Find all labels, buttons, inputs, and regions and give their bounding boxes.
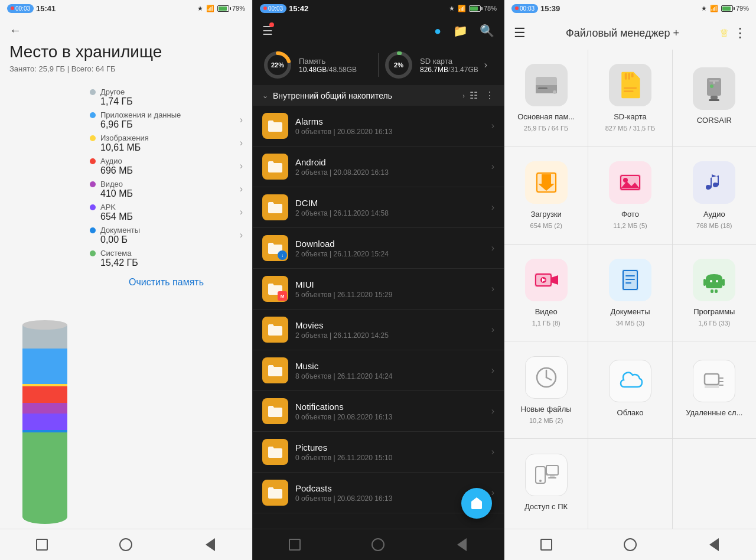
folder-icon-p2[interactable]: 📁 — [453, 24, 468, 38]
nav-square-p1[interactable] — [34, 536, 50, 553]
nav-back-p2[interactable] — [454, 536, 470, 553]
status-left-p3: 00:03 15:39 — [511, 4, 560, 13]
triangle-icon-p2 — [457, 538, 467, 551]
nav-back-p3[interactable] — [706, 536, 722, 553]
folder-name-android: Android — [295, 157, 484, 167]
legend-arrow-apps: › — [240, 115, 243, 125]
category-cell-hdd[interactable]: Основная пам... 25,9 ГБ / 64 ГБ — [504, 50, 588, 146]
folder-name-dcim: DCIM — [295, 198, 484, 208]
menu-icon-p2[interactable]: ☰ — [262, 24, 273, 38]
folder-item-pictures[interactable]: Pictures 0 объектов | 26.11.2020 15:10 › — [253, 432, 504, 473]
legend-arrow-audio: › — [240, 161, 243, 171]
folder-item-movies[interactable]: Movies 2 объекта | 26.11.2020 14:25 › — [253, 310, 504, 350]
folder-arrow-download: › — [491, 243, 494, 253]
folder-meta-miui: 5 объектов | 26.11.2020 15:29 — [295, 291, 484, 299]
battery-text-p2: 78% — [484, 5, 497, 12]
internal-storage-summary[interactable]: 22% Память 10.48GB/48.58GB — [262, 50, 373, 80]
download-badge: ↓ — [278, 250, 287, 260]
more-icon-p3[interactable]: ⋮ — [734, 25, 747, 41]
legend-item-audio[interactable]: Аудио 696 МБ › — [90, 157, 243, 176]
legend-arrow-apk: › — [240, 207, 243, 217]
folder-item-dcim[interactable]: DCIM 2 объекта | 26.11.2020 14:58 › — [253, 187, 504, 228]
folder-icon-podcasts — [262, 480, 288, 506]
category-cell-video[interactable]: Видео 1,1 ГБ (8) — [504, 245, 588, 341]
category-cell-photos[interactable]: Фото 11,2 МБ (5) — [588, 147, 672, 244]
photos-icon-wrap — [609, 161, 651, 204]
nav-back-p1[interactable] — [202, 536, 219, 553]
nav-circle-p3[interactable] — [622, 536, 638, 553]
category-cell-recent[interactable]: Новые файлы 10,2 МБ (2) — [504, 341, 588, 438]
rec-dot-p2 — [263, 6, 267, 10]
svg-line-44 — [546, 377, 551, 380]
legend-item-images[interactable]: Изображения 10,61 МБ › — [90, 134, 243, 153]
folder-svg-alarms — [267, 119, 284, 133]
folder-item-notifications[interactable]: Notifications 0 объектов | 20.08.2020 16… — [253, 391, 504, 432]
category-cell-remote[interactable]: Удаленные сл... — [673, 341, 756, 438]
category-cell-cloud[interactable]: Облако — [588, 341, 672, 438]
legend-item-system: Система 15,42 ГБ — [90, 249, 243, 268]
category-cell-pc[interactable]: Доступ с ПК — [504, 439, 588, 529]
status-pill-p1: 00:03 — [7, 4, 34, 13]
svg-rect-32 — [625, 279, 635, 280]
legend-item-video[interactable]: Видео 410 МБ › — [90, 180, 243, 199]
more-options-icon[interactable]: ⋮ — [485, 90, 494, 101]
nav-square-p2[interactable] — [286, 536, 303, 553]
legend-value-apps: 6,96 ГБ — [100, 119, 181, 130]
sdcard-storage-summary[interactable]: 2% SD карта 826.7MB/31.47GB › — [383, 50, 494, 80]
status-right-p2: ★ 📶 78% — [449, 5, 497, 12]
legend-item-docs[interactable]: Документы 0,00 Б › — [90, 226, 243, 245]
folder-item-music[interactable]: Music 8 объектов | 26.11.2020 14:24 › — [253, 350, 504, 391]
category-cell-apps[interactable]: Программы 1,6 ГБ (33) — [673, 245, 756, 341]
svg-rect-47 — [719, 377, 724, 379]
svg-point-24 — [623, 178, 628, 183]
menu-icon-p3[interactable]: ☰ — [514, 25, 526, 41]
status-left-p1: 00:03 15:41 — [7, 4, 56, 13]
legend-item-apps[interactable]: Приложения и данные 6,96 ГБ › — [90, 110, 243, 130]
downloads-info: 654 МБ (2) — [530, 222, 562, 229]
recent-icon-wrap — [525, 356, 568, 399]
nav-circle-p2[interactable] — [370, 536, 386, 553]
legend-item-apk[interactable]: APK 654 МБ › — [90, 203, 243, 222]
folder-icon-alarms — [262, 113, 288, 139]
wifi-icon-p2: 📶 — [458, 5, 466, 12]
p2-header-icons: ● 📁 🔍 — [434, 24, 494, 38]
folder-item-android[interactable]: Android 2 объекта | 20.08.2020 16:13 › — [253, 146, 504, 187]
clock-icon-p2[interactable]: ● — [434, 24, 441, 38]
category-cell-audio[interactable]: Аудио 768 МБ (18) — [673, 147, 756, 244]
folder-info-android: Android 2 объекта | 20.08.2020 16:13 — [295, 157, 484, 177]
legend-name-docs: Документы — [100, 226, 140, 235]
svg-rect-15 — [711, 96, 718, 99]
cloud-icon-wrap — [609, 360, 651, 402]
grid-view-icon[interactable]: ☷ — [470, 90, 478, 101]
folder-info-notifications: Notifications 0 объектов | 20.08.2020 16… — [295, 402, 484, 421]
p3-header: ☰ Файловый менеджер + ♕ ⋮ — [504, 17, 756, 50]
cylinder-top-cap — [22, 320, 67, 330]
category-cell-downloads[interactable]: Загрузки 654 МБ (2) — [504, 147, 588, 244]
back-arrow[interactable]: ← — [9, 24, 21, 37]
folder-item-download[interactable]: ↓ Download 2 объекта | 26.11.2020 15:24 … — [253, 228, 504, 269]
battery-fill-p1 — [219, 6, 227, 11]
fab-button[interactable] — [461, 488, 492, 519]
sdcard-icon-wrap — [609, 64, 651, 106]
folder-item-alarms[interactable]: Alarms 0 объектов | 20.08.2020 16:13 › — [253, 106, 504, 146]
status-bar-p2: 00:03 15:42 ★ 📶 78% — [253, 0, 504, 17]
legend-arrow-video: › — [240, 184, 243, 194]
folder-info-movies: Movies 2 объекта | 26.11.2020 14:25 — [295, 320, 484, 340]
legend-name-images: Изображения — [100, 134, 149, 142]
folder-arrow-podcasts: › — [491, 487, 494, 498]
category-cell-documents[interactable]: Документы 34 МБ (3) — [588, 245, 672, 341]
expand-icon[interactable]: ⌄ — [262, 92, 268, 100]
search-icon-p2[interactable]: 🔍 — [480, 24, 494, 38]
nav-circle-p1[interactable] — [118, 536, 134, 553]
sdcard-icon — [617, 71, 643, 99]
category-cell-corsair[interactable]: CORSAIR — [673, 50, 756, 146]
triangle-icon-p3 — [709, 538, 719, 551]
folder-svg-notifications — [267, 404, 284, 418]
nav-square-p3[interactable] — [538, 536, 555, 553]
hdd-icon-wrap — [525, 64, 568, 106]
rec-dot — [11, 6, 14, 10]
category-cell-sdcard[interactable]: SD-карта 827 МБ / 31,5 ГБ — [588, 50, 672, 146]
miui-badge: M — [278, 291, 287, 301]
clear-memory-button[interactable]: Очистить память — [90, 272, 243, 294]
folder-item-miui[interactable]: M MIUI 5 объектов | 26.11.2020 15:29 › — [253, 269, 504, 310]
